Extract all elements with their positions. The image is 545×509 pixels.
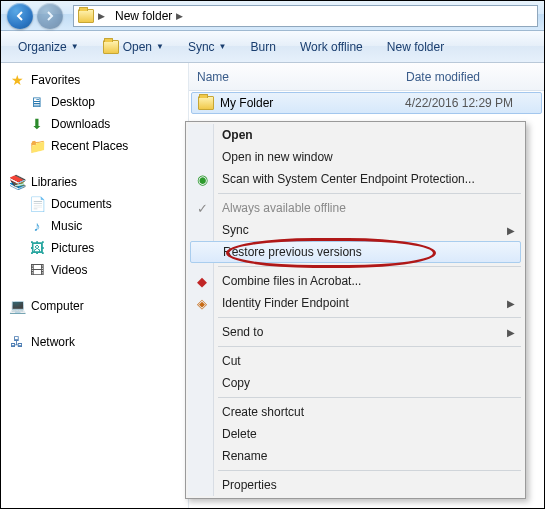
menu-separator xyxy=(218,397,521,398)
work-offline-button[interactable]: Work offline xyxy=(289,35,374,59)
toolbar-label: New folder xyxy=(387,40,444,54)
music-icon: ♪ xyxy=(29,218,45,234)
menu-item-open-new-window[interactable]: Open in new window xyxy=(188,146,523,168)
chevron-right-icon: ▶ xyxy=(98,11,105,21)
sidebar-head-favorites[interactable]: ★ Favorites xyxy=(3,69,186,91)
menu-item-send-to[interactable]: Send to ▶ xyxy=(188,321,523,343)
computer-icon: 💻 xyxy=(9,298,25,314)
menu-label: Open in new window xyxy=(222,150,333,164)
acrobat-icon: ◆ xyxy=(194,273,210,289)
menu-item-sync[interactable]: Sync ▶ xyxy=(188,219,523,241)
sidebar-item-desktop[interactable]: 🖥 Desktop xyxy=(3,91,186,113)
sidebar-group-network: 🖧 Network xyxy=(3,331,186,353)
menu-separator xyxy=(218,317,521,318)
star-icon: ★ xyxy=(9,72,25,88)
nav-forward-button[interactable] xyxy=(37,3,63,29)
sidebar-label: Documents xyxy=(51,197,112,211)
submenu-arrow-icon: ▶ xyxy=(507,225,515,236)
sidebar-group-computer: 💻 Computer xyxy=(3,295,186,317)
sidebar-item-recent-places[interactable]: 📁 Recent Places xyxy=(3,135,186,157)
open-button[interactable]: Open ▼ xyxy=(92,34,175,60)
new-folder-button[interactable]: New folder xyxy=(376,35,455,59)
menu-label: Delete xyxy=(222,427,257,441)
navigation-pane: ★ Favorites 🖥 Desktop ⬇ Downloads 📁 Rece… xyxy=(1,63,189,508)
menu-separator xyxy=(218,193,521,194)
sidebar-label: Libraries xyxy=(31,175,77,189)
recent-places-icon: 📁 xyxy=(29,138,45,154)
chevron-down-icon: ▼ xyxy=(71,42,79,51)
menu-separator xyxy=(218,266,521,267)
menu-item-create-shortcut[interactable]: Create shortcut xyxy=(188,401,523,423)
toolbar-label: Organize xyxy=(18,40,67,54)
address-bar[interactable]: ▶ New folder ▶ xyxy=(73,5,538,27)
menu-separator xyxy=(218,470,521,471)
identity-finder-icon: ◈ xyxy=(194,295,210,311)
folder-open-icon xyxy=(103,39,119,55)
sidebar-label: Recent Places xyxy=(51,139,128,153)
menu-label: Properties xyxy=(222,478,277,492)
menu-item-open[interactable]: Open xyxy=(188,124,523,146)
libraries-icon: 📚 xyxy=(9,174,25,190)
sidebar-label: Music xyxy=(51,219,82,233)
file-row[interactable]: My Folder 4/22/2016 12:29 PM xyxy=(191,92,542,114)
titlebar: ▶ New folder ▶ xyxy=(1,1,544,31)
breadcrumb-segment[interactable]: New folder ▶ xyxy=(109,7,189,25)
sidebar-label: Downloads xyxy=(51,117,110,131)
toolbar-label: Open xyxy=(123,40,152,54)
documents-icon: 📄 xyxy=(29,196,45,212)
sidebar-item-pictures[interactable]: 🖼 Pictures xyxy=(3,237,186,259)
chevron-down-icon: ▼ xyxy=(219,42,227,51)
sidebar-item-downloads[interactable]: ⬇ Downloads xyxy=(3,113,186,135)
menu-item-delete[interactable]: Delete xyxy=(188,423,523,445)
file-date: 4/22/2016 12:29 PM xyxy=(405,96,535,110)
menu-label: Combine files in Acrobat... xyxy=(222,274,361,288)
pictures-icon: 🖼 xyxy=(29,240,45,256)
menu-label: Send to xyxy=(222,325,263,339)
sidebar-group-libraries: 📚 Libraries 📄 Documents ♪ Music 🖼 Pictur… xyxy=(3,171,186,281)
videos-icon: 🎞 xyxy=(29,262,45,278)
submenu-arrow-icon: ▶ xyxy=(507,327,515,338)
menu-item-cut[interactable]: Cut xyxy=(188,350,523,372)
sidebar-item-videos[interactable]: 🎞 Videos xyxy=(3,259,186,281)
menu-item-identity-finder[interactable]: ◈ Identity Finder Endpoint ▶ xyxy=(188,292,523,314)
breadcrumb-label: New folder xyxy=(115,9,172,23)
sidebar-item-computer[interactable]: 💻 Computer xyxy=(3,295,186,317)
menu-label: Open xyxy=(222,128,253,142)
menu-item-properties[interactable]: Properties xyxy=(188,474,523,496)
burn-button[interactable]: Burn xyxy=(240,35,287,59)
menu-item-restore-previous-versions[interactable]: Restore previous versions xyxy=(190,241,521,263)
menu-label: Copy xyxy=(222,376,250,390)
sidebar-label: Videos xyxy=(51,263,87,277)
menu-label: Always available offline xyxy=(222,201,346,215)
folder-icon xyxy=(198,95,214,111)
sync-button[interactable]: Sync ▼ xyxy=(177,35,238,59)
menu-item-scep[interactable]: ◉ Scan with System Center Endpoint Prote… xyxy=(188,168,523,190)
chevron-down-icon: ▼ xyxy=(156,42,164,51)
sidebar-head-libraries[interactable]: 📚 Libraries xyxy=(3,171,186,193)
network-icon: 🖧 xyxy=(9,334,25,350)
menu-label: Sync xyxy=(222,223,249,237)
toolbar-label: Sync xyxy=(188,40,215,54)
sidebar-item-network[interactable]: 🖧 Network xyxy=(3,331,186,353)
folder-icon xyxy=(78,8,94,24)
organize-button[interactable]: Organize ▼ xyxy=(7,35,90,59)
column-headers[interactable]: Name Date modified xyxy=(189,63,544,91)
menu-item-rename[interactable]: Rename xyxy=(188,445,523,467)
menu-label: Scan with System Center Endpoint Protect… xyxy=(222,172,475,186)
menu-item-always-offline[interactable]: ✓ Always available offline xyxy=(188,197,523,219)
sidebar-item-music[interactable]: ♪ Music xyxy=(3,215,186,237)
menu-item-combine-acrobat[interactable]: ◆ Combine files in Acrobat... xyxy=(188,270,523,292)
sidebar-group-favorites: ★ Favorites 🖥 Desktop ⬇ Downloads 📁 Rece… xyxy=(3,69,186,157)
toolbar-label: Burn xyxy=(251,40,276,54)
sidebar-item-documents[interactable]: 📄 Documents xyxy=(3,193,186,215)
shield-icon: ◉ xyxy=(194,171,210,187)
column-name[interactable]: Name xyxy=(197,70,406,84)
sidebar-label: Network xyxy=(31,335,75,349)
sidebar-label: Computer xyxy=(31,299,84,313)
desktop-icon: 🖥 xyxy=(29,94,45,110)
menu-item-copy[interactable]: Copy xyxy=(188,372,523,394)
nav-back-button[interactable] xyxy=(7,3,33,29)
sidebar-label: Desktop xyxy=(51,95,95,109)
column-date-modified[interactable]: Date modified xyxy=(406,70,536,84)
menu-label: Cut xyxy=(222,354,241,368)
